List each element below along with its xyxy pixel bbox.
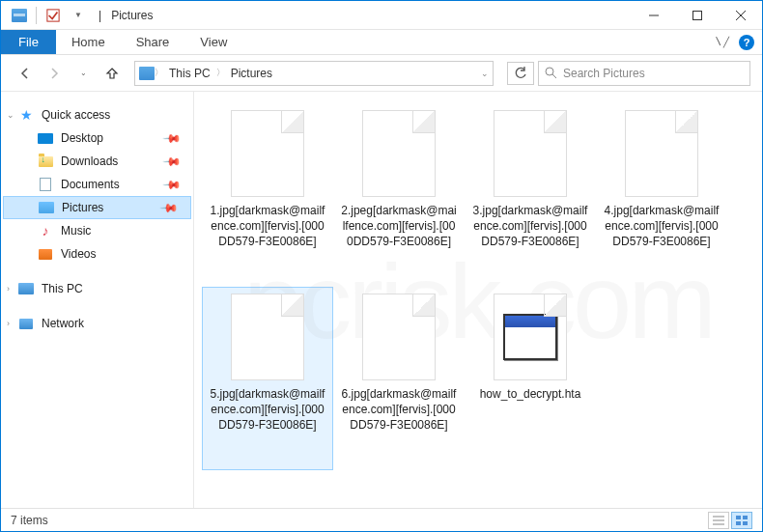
minimize-button[interactable] <box>632 1 675 29</box>
status-bar: 7 items <box>1 508 762 531</box>
file-name: 4.jpg[darkmask@mailfence.com][fervis].[0… <box>601 203 722 250</box>
ribbon: File Home Share View 〵╱ ? <box>1 30 762 55</box>
maximize-button[interactable] <box>675 1 719 29</box>
location-icon <box>139 67 155 80</box>
desktop-icon <box>38 133 53 144</box>
sidebar-item-label: Pictures <box>62 201 103 214</box>
sidebar-item-desktop[interactable]: Desktop 📌 <box>1 126 193 150</box>
sidebar-item-downloads[interactable]: Downloads 📌 <box>1 150 193 173</box>
navigation-pane[interactable]: ⌄ ★ Quick access Desktop 📌 Downloads 📌 D… <box>1 92 194 508</box>
sidebar-item-label: Documents <box>61 178 120 191</box>
properties-qat-icon[interactable] <box>42 5 64 26</box>
up-button[interactable] <box>99 61 125 86</box>
app-icon[interactable] <box>9 5 30 26</box>
file-tab[interactable]: File <box>1 30 56 54</box>
titlebar[interactable]: ▼ | Pictures <box>1 1 762 30</box>
search-input[interactable]: Search Pictures <box>538 61 750 86</box>
svg-line-6 <box>552 74 556 78</box>
sidebar-quick-access[interactable]: ⌄ ★ Quick access <box>1 103 193 126</box>
titlebar-separator: | <box>99 9 101 22</box>
tab-home[interactable]: Home <box>56 30 121 54</box>
thumbnails-view-button[interactable] <box>731 512 752 529</box>
file-icon <box>231 110 304 197</box>
file-icon <box>362 110 436 197</box>
documents-icon <box>40 178 51 191</box>
star-icon: ★ <box>18 108 34 122</box>
explorer-window: ▼ | Pictures File Home Share View 〵╱ ? ⌄… <box>0 0 763 532</box>
pin-icon: 📌 <box>162 128 183 149</box>
svg-rect-12 <box>736 521 741 525</box>
file-item[interactable]: 2.jpeg[darkmask@mailfence.com][fervis].[… <box>333 103 465 287</box>
recent-dropdown-icon[interactable]: ⌄ <box>71 61 96 86</box>
ribbon-collapse-icon[interactable]: 〵╱ <box>714 37 729 47</box>
file-item[interactable]: how_to_decrypt.hta <box>465 287 596 470</box>
address-bar[interactable]: 〉 This PC 〉 Pictures ⌄ <box>134 61 494 86</box>
sidebar-item-music[interactable]: ♪ Music <box>1 219 193 242</box>
file-icon <box>494 110 567 197</box>
nav-toolbar: ⌄ 〉 This PC 〉 Pictures ⌄ Search Pictures <box>1 55 762 92</box>
help-icon[interactable]: ? <box>739 35 754 50</box>
sidebar-item-videos[interactable]: Videos <box>1 242 193 266</box>
pin-icon: 📌 <box>159 198 180 218</box>
file-item[interactable]: 3.jpg[darkmask@mailfence.com][fervis].[0… <box>465 103 596 287</box>
music-icon: ♪ <box>38 224 53 238</box>
chevron-right-icon[interactable]: 〉 <box>216 67 225 79</box>
sidebar-item-label: Quick access <box>42 108 110 122</box>
file-list[interactable]: pcrisk.com 1.jpg[darkmask@mailfence.com]… <box>194 92 762 508</box>
details-view-button[interactable] <box>708 512 729 529</box>
window-title: Pictures <box>111 9 153 22</box>
svg-point-5 <box>546 68 553 75</box>
sidebar-item-label: Videos <box>61 247 96 261</box>
svg-rect-11 <box>743 516 748 519</box>
file-name: 5.jpg[darkmask@mailfence.com][fervis].[0… <box>207 386 328 434</box>
sidebar-item-label: Desktop <box>61 131 103 145</box>
item-count: 7 items <box>11 514 48 527</box>
tab-view[interactable]: View <box>184 30 242 54</box>
svg-rect-2 <box>692 11 701 19</box>
file-name: 3.jpg[darkmask@mailfence.com][fervis].[0… <box>469 203 591 250</box>
chevron-down-icon[interactable]: ⌄ <box>7 110 14 120</box>
file-icon <box>362 294 436 380</box>
network-icon <box>19 319 33 329</box>
qat-separator <box>36 7 37 24</box>
file-name: 2.jpeg[darkmask@mailfence.com][fervis].[… <box>338 203 460 250</box>
search-icon <box>545 67 557 79</box>
search-placeholder: Search Pictures <box>563 67 645 80</box>
sidebar-item-documents[interactable]: Documents 📌 <box>1 173 193 196</box>
downloads-icon <box>39 156 53 167</box>
file-name: 1.jpg[darkmask@mailfence.com][fervis].[0… <box>207 203 328 250</box>
svg-rect-13 <box>743 521 748 525</box>
svg-rect-10 <box>736 516 741 519</box>
file-icon <box>625 110 698 197</box>
pin-icon: 📌 <box>162 152 183 172</box>
qat-dropdown-icon[interactable]: ▼ <box>68 5 89 26</box>
address-dropdown-icon[interactable]: ⌄ <box>481 69 489 78</box>
pictures-icon <box>39 202 54 213</box>
sidebar-item-label: Music <box>61 224 91 238</box>
sidebar-item-label: This PC <box>42 282 83 295</box>
file-item[interactable]: 5.jpg[darkmask@mailfence.com][fervis].[0… <box>202 287 333 470</box>
sidebar-item-label: Network <box>42 317 84 330</box>
sidebar-this-pc[interactable]: › This PC <box>1 277 193 300</box>
chevron-right-icon[interactable]: 〉 <box>155 67 163 79</box>
breadcrumb-thispc[interactable]: This PC <box>163 67 216 80</box>
tab-share[interactable]: Share <box>121 30 185 54</box>
refresh-button[interactable] <box>507 62 534 85</box>
breadcrumb-pictures[interactable]: Pictures <box>225 67 278 80</box>
file-item[interactable]: 6.jpg[darkmask@mailfence.com][fervis].[0… <box>333 287 465 470</box>
close-button[interactable] <box>719 1 762 29</box>
videos-icon <box>39 249 52 260</box>
back-button[interactable] <box>13 61 38 86</box>
chevron-right-icon[interactable]: › <box>7 284 10 294</box>
file-icon <box>231 294 304 380</box>
sidebar-item-label: Downloads <box>61 154 118 168</box>
sidebar-item-pictures[interactable]: Pictures 📌 <box>3 196 191 219</box>
file-item[interactable]: 1.jpg[darkmask@mailfence.com][fervis].[0… <box>202 103 333 287</box>
file-item[interactable]: 4.jpg[darkmask@mailfence.com][fervis].[0… <box>596 103 727 287</box>
forward-button[interactable] <box>42 61 67 86</box>
pc-icon <box>18 283 34 294</box>
pin-icon: 📌 <box>162 175 183 195</box>
chevron-right-icon[interactable]: › <box>7 319 10 328</box>
sidebar-network[interactable]: › Network <box>1 312 193 335</box>
file-name: 6.jpg[darkmask@mailfence.com][fervis].[0… <box>338 386 460 434</box>
